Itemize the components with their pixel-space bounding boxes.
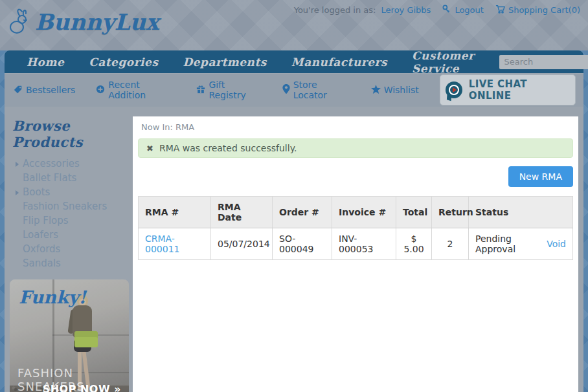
col-status: Status <box>469 197 573 228</box>
return-cell: 2 <box>432 228 469 260</box>
promo-banner[interactable]: Funky! FASHION SNEAKERS SHOP NOW » <box>10 279 129 392</box>
sidebar-title: Browse Products <box>12 118 133 150</box>
logged-in-text: You're logged in as: Leroy Gibbs <box>294 5 431 15</box>
rma-number-link[interactable]: CRMA-000011 <box>145 234 179 254</box>
sidebar-item-flip-flops[interactable]: Flip Flops <box>5 213 133 228</box>
user-name-link[interactable]: Leroy Gibbs <box>381 5 431 15</box>
subnav-store-locator[interactable]: Store Locator <box>282 80 350 100</box>
success-alert: ✖ RMA was created successfully. <box>138 138 573 158</box>
content-area: Browse Products Accessories Ballet Flats… <box>5 107 583 392</box>
chevron-right-icon <box>16 190 19 195</box>
cart-icon <box>495 5 505 16</box>
sidebar: Browse Products Accessories Ballet Flats… <box>5 116 133 392</box>
breadcrumb: Now In: RMA <box>138 121 573 138</box>
tag-icon <box>14 85 23 96</box>
col-rma-date: RMA Date <box>211 197 273 228</box>
nav-item-manufacturers[interactable]: Manufacturers <box>291 56 387 69</box>
col-invoice-number: Invoice # <box>332 197 396 228</box>
live-chat-button[interactable]: LIVE CHAT ONLINE <box>440 74 576 105</box>
sidebar-item-oxfords[interactable]: Oxfords <box>5 242 133 256</box>
nav-item-customer-service[interactable]: Customer Service <box>412 49 474 75</box>
subnav-recent-addition[interactable]: Recent Addition <box>96 80 175 100</box>
search-box <box>499 54 588 70</box>
bunny-logo-icon <box>6 9 35 38</box>
table-row: CRMA-000011 05/07/2014 SO-000049 INV-000… <box>139 228 573 260</box>
main-panel: Now In: RMA ✖ RMA was created successful… <box>133 116 578 392</box>
order-number-cell: SO-000049 <box>273 228 332 260</box>
sidebar-item-boots[interactable]: Boots <box>5 185 133 199</box>
nav-item-home[interactable]: Home <box>27 56 64 69</box>
chat-bubble-icon <box>446 82 462 98</box>
subnav-wishlist[interactable]: Wishlist <box>371 85 419 96</box>
close-icon[interactable]: ✖ <box>146 144 153 153</box>
search-input[interactable] <box>499 55 588 69</box>
gift-icon <box>196 85 205 96</box>
shopping-cart-link[interactable]: Shopping Cart(0) <box>495 5 580 16</box>
sidebar-item-fashion-sneakers[interactable]: Fashion Sneakers <box>5 199 133 213</box>
nav-item-departments[interactable]: Departments <box>183 56 266 69</box>
star-icon <box>371 85 381 96</box>
chevron-right-icon <box>16 162 19 167</box>
promo-shop-now[interactable]: SHOP NOW » <box>43 383 121 392</box>
col-return: Return <box>432 197 469 228</box>
map-marker-icon <box>282 84 290 96</box>
promo-headline: Funky! <box>19 287 86 307</box>
sidebar-item-accessories[interactable]: Accessories <box>5 157 133 171</box>
brand-logo[interactable]: BunnyLux <box>6 9 159 38</box>
rma-date-cell: 05/07/2014 <box>211 228 273 260</box>
col-total: Total <box>396 197 432 228</box>
sidebar-item-sandals[interactable]: Sandals <box>5 256 133 270</box>
total-cell: $ 5.00 <box>396 228 432 260</box>
subnav-gift-registry[interactable]: Gift Registry <box>196 80 261 100</box>
key-icon <box>442 5 451 16</box>
table-header-row: RMA # RMA Date Order # Invoice # Total R… <box>139 197 573 228</box>
sidebar-item-ballet-flats[interactable]: Ballet Flats <box>5 171 133 185</box>
rma-table: RMA # RMA Date Order # Invoice # Total R… <box>138 196 573 260</box>
void-link[interactable]: Void <box>547 239 566 249</box>
col-rma-number: RMA # <box>139 197 211 228</box>
live-chat-label: LIVE CHAT ONLINE <box>469 78 567 102</box>
user-bar: You're logged in as: Leroy Gibbs Logout <box>294 5 580 16</box>
sidebar-item-loafers[interactable]: Loafers <box>5 228 133 242</box>
plus-circle-icon <box>96 85 105 96</box>
invoice-number-cell: INV-000053 <box>332 228 396 260</box>
category-list: Accessories Ballet Flats Boots Fashion S… <box>5 157 133 270</box>
main-nav: Home Categories Departments Manufacturer… <box>5 50 583 73</box>
logout-link[interactable]: Logout <box>442 5 484 16</box>
new-rma-button[interactable]: New RMA <box>508 166 573 187</box>
col-order-number: Order # <box>273 197 332 228</box>
brand-name: BunnyLux <box>35 9 159 35</box>
status-text: Pending Approval <box>475 234 547 254</box>
subnav-bestsellers[interactable]: Bestsellers <box>14 85 75 96</box>
alert-message: RMA was created successfully. <box>159 143 297 153</box>
site-header: BunnyLux You're logged in as: Leroy Gibb… <box>0 0 588 50</box>
nav-item-categories[interactable]: Categories <box>89 56 158 69</box>
sub-nav: Bestsellers Recent Addition <box>5 73 583 107</box>
